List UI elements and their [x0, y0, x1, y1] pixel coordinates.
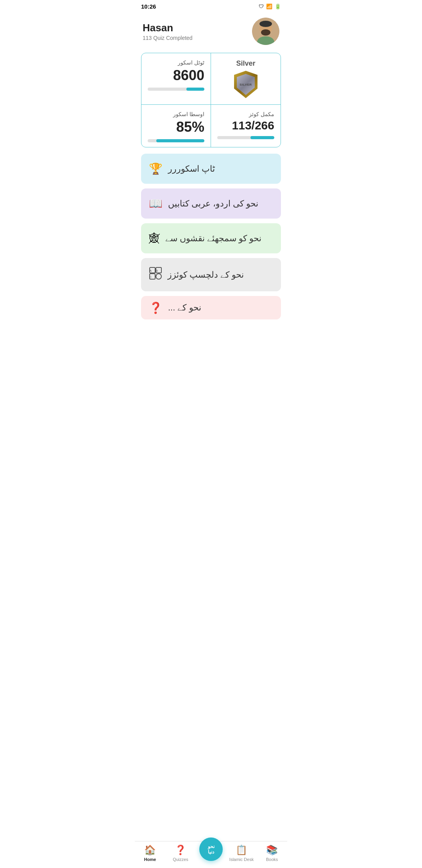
books-menu-item[interactable]: نحو کی اردو، عربی کتابیں 📖 — [141, 188, 281, 219]
badge-text: SILVER — [240, 83, 252, 86]
avg-score-cell: اوسطا اسکور 85% — [141, 105, 211, 147]
islamic-desk-icon: 📋 — [236, 845, 247, 855]
status-bar: 10:26 🛡 📶 🔋 — [135, 0, 287, 13]
badge-shield: SILVER — [234, 71, 257, 98]
quizzes-label: نحو کے دلچسپ کوئزز — [168, 270, 244, 280]
quiz-icon: A B C ✓ — [149, 267, 162, 283]
top-scorers-menu-item[interactable]: ٹاپ اسکوررر 🏆 — [141, 154, 281, 184]
islamic-desk-label: Islamic Desk — [229, 857, 254, 862]
completed-quiz-cell: مکمل کوئز 113/266 — [211, 105, 281, 147]
avg-score-value: 85% — [148, 119, 204, 135]
diagrams-menu-item[interactable]: نحو کو سمجھئے نقشوں سے 🕸 — [141, 223, 281, 253]
svg-text:✓: ✓ — [154, 274, 157, 279]
main-content: ٹوٹل اسکور 8600 Silver SILVER اوسطا اسکو… — [135, 53, 287, 355]
bottom-nav: 🏠 Home ❓ Quizzes نحودنیا 📋 Islamic Desk … — [135, 841, 287, 868]
user-name: Hasan — [143, 22, 193, 34]
books-nav-icon: 📚 — [266, 845, 278, 855]
quizzes-nav-label: Quizzes — [173, 857, 188, 862]
status-time: 10:26 — [141, 3, 156, 10]
help-icon: ❓ — [149, 301, 163, 314]
status-icons: 🛡 📶 🔋 — [259, 4, 281, 9]
top-scorers-label: ٹاپ اسکوررر — [168, 164, 215, 174]
total-score-value: 8600 — [148, 67, 204, 84]
completed-quiz-progress-fill — [250, 136, 274, 139]
svg-point-4 — [259, 21, 272, 27]
badge-inner-text: SILVER — [237, 74, 255, 95]
trophy-icon: 🏆 — [149, 162, 163, 175]
quizzes-nav-icon: ❓ — [175, 845, 186, 855]
nav-quizzes[interactable]: ❓ Quizzes — [165, 845, 196, 862]
badge-label: Silver — [236, 59, 255, 68]
nahw-dunya-button[interactable]: نحودنیا — [199, 838, 223, 861]
header-info: Hasan 113 Quiz Completed — [143, 22, 193, 41]
quizzes-menu-item[interactable]: نحو کے دلچسپ کوئزز A B C ✓ — [141, 258, 281, 291]
nav-books[interactable]: 📚 Books — [257, 845, 287, 862]
home-icon: 🏠 — [144, 845, 156, 855]
svg-text:B: B — [156, 269, 158, 273]
avg-score-progress-bar — [148, 139, 204, 142]
books-label: نحو کی اردو، عربی کتابیں — [168, 199, 258, 209]
extra-label: نحو کے ... — [168, 303, 201, 313]
nav-home[interactable]: 🏠 Home — [135, 845, 165, 862]
network-icon: 🕸 — [149, 232, 160, 245]
svg-point-3 — [261, 29, 270, 36]
avg-score-label: اوسطا اسکور — [148, 111, 204, 117]
avatar — [252, 18, 279, 45]
wifi-icon: 📶 — [266, 4, 272, 9]
total-score-cell: ٹوٹل اسکور 8600 — [141, 53, 211, 105]
nav-islamic-desk[interactable]: 📋 Islamic Desk — [226, 845, 257, 862]
extra-menu-item[interactable]: نحو کے ... ❓ — [141, 296, 281, 319]
completed-quiz-progress-bar — [217, 136, 274, 139]
nahw-dunya-label: نحودنیا — [208, 844, 215, 855]
badge-cell: Silver SILVER — [211, 53, 281, 105]
total-score-progress-fill — [186, 88, 204, 91]
svg-text:C: C — [149, 275, 152, 279]
svg-text:A: A — [150, 269, 152, 273]
total-score-label: ٹوٹل اسکور — [148, 59, 204, 66]
books-nav-label: Books — [266, 857, 278, 862]
completed-quiz-value: 113/266 — [217, 119, 274, 132]
battery-icon: 🔋 — [275, 4, 281, 9]
nav-center-button[interactable]: نحودنیا — [196, 845, 226, 861]
diagrams-label: نحو کو سمجھئے نقشوں سے — [165, 233, 261, 244]
book-icon: 📖 — [149, 197, 163, 210]
avatar-image — [252, 18, 279, 45]
header: Hasan 113 Quiz Completed — [135, 13, 287, 53]
total-score-progress-bar — [148, 88, 204, 91]
menu-section: ٹاپ اسکوررر 🏆 نحو کی اردو، عربی کتابیں 📖… — [135, 147, 287, 319]
completed-quiz-label: مکمل کوئز — [217, 111, 274, 117]
stats-grid: ٹوٹل اسکور 8600 Silver SILVER اوسطا اسکو… — [141, 53, 281, 147]
silver-badge: SILVER — [232, 71, 259, 98]
quiz-completed-subtitle: 113 Quiz Completed — [143, 35, 193, 41]
shield-icon: 🛡 — [259, 4, 264, 9]
home-label: Home — [144, 857, 156, 862]
avg-score-progress-fill — [156, 139, 204, 142]
